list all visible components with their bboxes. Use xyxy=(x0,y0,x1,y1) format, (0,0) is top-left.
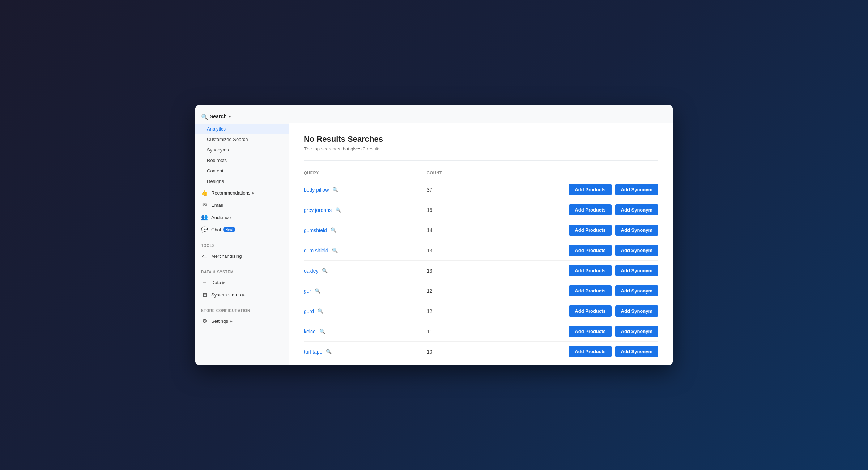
query-search-icon-4[interactable]: 🔍 xyxy=(321,267,328,274)
sidebar-item-system-status[interactable]: 🖥System status▶ xyxy=(195,289,289,301)
sidebar-main-sections: 👍Recommendations▶✉Email👥Audience💬ChatNew… xyxy=(195,187,289,327)
sidebar-item-customized-search[interactable]: Customized Search xyxy=(195,134,289,145)
sidebar-item-synonyms[interactable]: Synonyms xyxy=(195,145,289,155)
table-row: gur🔍12Add ProductsAdd Synonym xyxy=(304,281,658,301)
email-icon: ✉ xyxy=(201,202,208,208)
divider xyxy=(304,160,658,161)
sidebar-section-header: Store Configuration xyxy=(195,307,289,315)
add-products-button-7[interactable]: Add Products xyxy=(569,326,611,337)
sidebar-item-label-chat: Chat xyxy=(211,227,221,232)
actions-cell-4: Add ProductsAdd Synonym xyxy=(463,265,658,276)
query-cell-5: gur🔍 xyxy=(304,287,420,294)
query-search-icon-2[interactable]: 🔍 xyxy=(330,227,337,234)
query-search-icon-0[interactable]: 🔍 xyxy=(332,186,339,193)
sidebar-item-merchandising[interactable]: 🏷Merchandising xyxy=(195,250,289,262)
sidebar-item-email[interactable]: ✉Email xyxy=(195,199,289,211)
query-search-icon-3[interactable]: 🔍 xyxy=(331,247,339,254)
table-row: turf tape🔍10Add ProductsAdd Synonym xyxy=(304,342,658,362)
add-products-button-6[interactable]: Add Products xyxy=(569,306,611,317)
recommendations-arrow: ▶ xyxy=(252,191,255,195)
count-cell-4: 13 xyxy=(420,268,463,274)
page-title: No Results Searches xyxy=(304,134,658,144)
count-cell-3: 13 xyxy=(420,248,463,253)
actions-cell-8: Add ProductsAdd Synonym xyxy=(463,346,658,357)
query-link-1[interactable]: grey jordans xyxy=(304,207,332,213)
content-area: No Results Searches The top searches tha… xyxy=(289,123,673,365)
add-synonym-button-1[interactable]: Add Synonym xyxy=(615,204,658,215)
query-search-icon-5[interactable]: 🔍 xyxy=(314,287,321,294)
top-bar xyxy=(289,105,673,123)
query-link-2[interactable]: gumshield xyxy=(304,227,327,233)
col-header-count: COUNT xyxy=(420,171,539,175)
query-link-3[interactable]: gum shield xyxy=(304,248,328,253)
sidebar-item-label-settings: Settings xyxy=(211,319,228,324)
query-cell-1: grey jordans🔍 xyxy=(304,206,420,213)
add-synonym-button-6[interactable]: Add Synonym xyxy=(615,306,658,317)
add-products-button-3[interactable]: Add Products xyxy=(569,245,611,256)
page-subtitle: The top searches that gives 0 results. xyxy=(304,146,658,151)
settings-arrow: ▶ xyxy=(230,319,233,323)
add-synonym-button-5[interactable]: Add Synonym xyxy=(615,285,658,296)
add-synonym-button-4[interactable]: Add Synonym xyxy=(615,265,658,276)
query-cell-4: oakley🔍 xyxy=(304,267,420,274)
sidebar-item-label-audience: Audience xyxy=(211,215,231,220)
sidebar-section-store-configuration: Store Configuration⚙Settings▶ xyxy=(195,307,289,327)
add-products-button-5[interactable]: Add Products xyxy=(569,285,611,296)
table-row: gurd🔍12Add ProductsAdd Synonym xyxy=(304,301,658,321)
sidebar: 🔍 Search ▼ AnalyticsCustomized SearchSyn… xyxy=(195,105,289,365)
sidebar-item-label-system-status: System status xyxy=(211,292,241,298)
sidebar-item-analytics[interactable]: Analytics xyxy=(195,124,289,134)
sidebar-item-designs[interactable]: Designs xyxy=(195,176,289,187)
sidebar-item-settings[interactable]: ⚙Settings▶ xyxy=(195,315,289,327)
add-products-button-1[interactable]: Add Products xyxy=(569,204,611,215)
count-cell-7: 11 xyxy=(420,329,463,334)
sidebar-item-data[interactable]: 🗄Data▶ xyxy=(195,276,289,289)
query-search-icon-7[interactable]: 🔍 xyxy=(319,328,326,335)
audience-icon: 👥 xyxy=(201,214,208,221)
table-header: QUERY COUNT xyxy=(304,168,658,178)
col-header-actions xyxy=(539,171,658,175)
query-search-icon-1[interactable]: 🔍 xyxy=(335,206,342,213)
sidebar-section-data--system: Data & System🗄Data▶🖥System status▶ xyxy=(195,268,289,301)
query-cell-3: gum shield🔍 xyxy=(304,247,420,254)
query-link-7[interactable]: kelce xyxy=(304,329,316,334)
system-status-arrow: ▶ xyxy=(242,293,245,297)
count-cell-1: 16 xyxy=(420,207,463,213)
query-link-8[interactable]: turf tape xyxy=(304,349,322,355)
query-link-6[interactable]: gurd xyxy=(304,308,314,314)
add-synonym-button-3[interactable]: Add Synonym xyxy=(615,245,658,256)
query-link-0[interactable]: body pillow xyxy=(304,187,329,193)
actions-cell-6: Add ProductsAdd Synonym xyxy=(463,306,658,317)
count-cell-2: 14 xyxy=(420,227,463,233)
sidebar-item-recommendations[interactable]: 👍Recommendations▶ xyxy=(195,187,289,199)
query-cell-8: turf tape🔍 xyxy=(304,348,420,355)
add-synonym-button-8[interactable]: Add Synonym xyxy=(615,346,658,357)
actions-cell-2: Add ProductsAdd Synonym xyxy=(463,225,658,236)
query-search-icon-8[interactable]: 🔍 xyxy=(325,348,332,355)
sidebar-item-redirects[interactable]: Redirects xyxy=(195,155,289,166)
add-products-button-0[interactable]: Add Products xyxy=(569,184,611,195)
query-link-4[interactable]: oakley xyxy=(304,268,318,274)
actions-cell-1: Add ProductsAdd Synonym xyxy=(463,204,658,215)
add-products-button-4[interactable]: Add Products xyxy=(569,265,611,276)
add-synonym-button-2[interactable]: Add Synonym xyxy=(615,225,658,236)
count-cell-5: 12 xyxy=(420,288,463,294)
add-products-button-8[interactable]: Add Products xyxy=(569,346,611,357)
sidebar-search-section[interactable]: 🔍 Search ▼ xyxy=(195,111,289,124)
add-synonym-button-0[interactable]: Add Synonym xyxy=(615,184,658,195)
sidebar-item-audience[interactable]: 👥Audience xyxy=(195,211,289,223)
add-products-button-2[interactable]: Add Products xyxy=(569,225,611,236)
add-synonym-button-7[interactable]: Add Synonym xyxy=(615,326,658,337)
sidebar-item-content[interactable]: Content xyxy=(195,166,289,176)
sidebar-item-label-merchandising: Merchandising xyxy=(211,253,242,259)
query-link-5[interactable]: gur xyxy=(304,288,311,294)
query-cell-0: body pillow🔍 xyxy=(304,186,420,193)
search-icon: 🔍 xyxy=(201,114,207,119)
actions-cell-5: Add ProductsAdd Synonym xyxy=(463,285,658,296)
actions-cell-0: Add ProductsAdd Synonym xyxy=(463,184,658,195)
sidebar-item-chat[interactable]: 💬ChatNew! xyxy=(195,223,289,236)
main-content: No Results Searches The top searches tha… xyxy=(289,105,673,365)
table-row: gum shield🔍13Add ProductsAdd Synonym xyxy=(304,240,658,261)
sidebar-item-label-email: Email xyxy=(211,202,223,208)
query-search-icon-6[interactable]: 🔍 xyxy=(317,308,324,315)
